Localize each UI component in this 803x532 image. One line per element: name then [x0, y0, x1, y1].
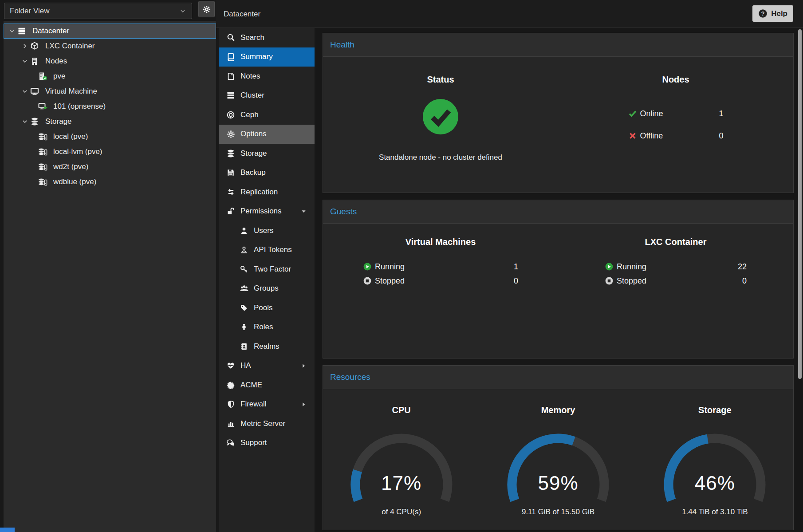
tree-item-virtual-machine[interactable]: Virtual Machine: [4, 84, 216, 99]
nodes-offline-value: 0: [719, 131, 723, 141]
splitter-focus-indicator: [0, 528, 15, 532]
lxc-stopped-label: Stopped: [617, 276, 646, 286]
tree-item-label: Storage: [45, 117, 72, 126]
nav-item-summary[interactable]: Summary: [219, 47, 315, 67]
nav-item-label: Options: [240, 130, 267, 138]
lxc-stopped-row: Stopped 0: [605, 274, 747, 288]
nav-item-label: HA: [240, 361, 251, 370]
nav-item-label: Replication: [240, 188, 278, 197]
nav-item-search[interactable]: Search: [219, 28, 315, 47]
nav-item-ceph[interactable]: Ceph: [219, 105, 315, 125]
memory-detail: 9.11 GiB of 15.50 GiB: [480, 508, 636, 516]
status-heading: Status: [323, 75, 558, 85]
nav-item-options[interactable]: Options: [219, 125, 315, 144]
nav-item-label: Storage: [240, 149, 267, 158]
nav-item-label: Permissions: [240, 207, 282, 216]
nav-item-label: Users: [254, 226, 273, 235]
nav-item-metric-server[interactable]: Metric Server: [219, 414, 315, 433]
view-mode-select[interactable]: Folder View: [4, 3, 192, 19]
caret-right-icon[interactable]: [301, 395, 307, 414]
tree-item-storage[interactable]: Storage: [4, 114, 216, 129]
nav-item-groups[interactable]: Groups: [219, 279, 315, 299]
summary-content: Health Status Standalone node - no clust…: [316, 28, 803, 532]
nav-item-replication[interactable]: Replication: [219, 182, 315, 202]
nav-item-label: Groups: [254, 284, 279, 293]
view-mode-value: Folder View: [10, 7, 49, 16]
guests-panel: Guests Virtual Machines Running 1: [323, 200, 794, 359]
tag-icon: [239, 304, 249, 312]
nav-item-roles[interactable]: Roles: [219, 318, 315, 337]
tree-item-local-pve[interactable]: local (pve): [4, 129, 216, 144]
nav-item-storage[interactable]: Storage: [219, 144, 315, 163]
vertical-scrollbar-thumb[interactable]: [798, 29, 802, 379]
vm-running-row: Running 1: [363, 260, 518, 274]
shield-icon: [226, 400, 236, 408]
address-book-icon: [239, 343, 249, 351]
node-online-icon: [38, 72, 51, 81]
vm-heading: Virtual Machines: [323, 237, 558, 247]
nav-item-label: Backup: [240, 168, 266, 177]
tree-item-local-lvm-pve[interactable]: local-lvm (pve): [4, 144, 216, 159]
tree-item-wd2t-pve[interactable]: wd2t (pve): [4, 159, 216, 174]
nodes-heading: Nodes: [558, 75, 793, 85]
storage-drive-icon: [38, 177, 51, 186]
heartbeat-icon: [226, 362, 236, 370]
nav-item-notes[interactable]: Notes: [219, 67, 315, 86]
tree-item-datacenter[interactable]: Datacenter: [4, 24, 216, 39]
user-icon: [239, 227, 249, 235]
nav-item-cluster[interactable]: Cluster: [219, 86, 315, 106]
nav-item-label: Metric Server: [240, 419, 285, 428]
chevron-down-icon: [20, 118, 29, 125]
top-bar: Datacenter ? Help: [216, 0, 803, 28]
tree-settings-button[interactable]: [198, 1, 215, 17]
person-icon: [239, 323, 249, 331]
vm-stopped-row: Stopped 0: [363, 274, 518, 288]
storage-heading: Storage: [637, 405, 793, 415]
tree-item-label: Virtual Machine: [45, 87, 97, 96]
proxmox-screen: Folder View DatacenterLXC ContainerNodes…: [0, 0, 803, 532]
nav-item-users[interactable]: Users: [219, 221, 315, 240]
key-icon: [239, 265, 249, 273]
storage-percent: 46%: [661, 472, 768, 494]
tree-item-label: wd2t (pve): [53, 162, 88, 171]
lxc-running-label: Running: [617, 262, 646, 272]
nav-item-label: Two Factor: [254, 265, 291, 274]
cpu-detail: of 4 CPU(s): [323, 508, 480, 516]
caret-down-icon[interactable]: [301, 202, 307, 221]
help-button[interactable]: ? Help: [752, 5, 793, 22]
question-circle-icon: ?: [758, 9, 768, 18]
tree-item-lxc-container[interactable]: LXC Container: [4, 39, 216, 54]
play-circle-icon: [363, 262, 372, 271]
nav-item-ha[interactable]: HA: [219, 356, 315, 376]
caret-right-icon[interactable]: [301, 356, 307, 376]
storage-drive-icon: [38, 132, 51, 141]
tree-item-nodes[interactable]: Nodes: [4, 54, 216, 69]
nav-item-api-tokens[interactable]: API Tokens: [219, 240, 315, 260]
nav-item-permissions[interactable]: Permissions: [219, 202, 315, 221]
tree-item-wdblue-pve[interactable]: wdblue (pve): [4, 174, 216, 189]
tree-item-label: wdblue (pve): [53, 177, 96, 186]
nav-item-pools[interactable]: Pools: [219, 298, 315, 318]
vm-stopped-value: 0: [514, 276, 518, 286]
replication-icon: [226, 188, 236, 196]
cpu-heading: CPU: [323, 405, 480, 415]
nav-item-label: Ceph: [240, 110, 259, 119]
nav-item-firewall[interactable]: Firewall: [219, 395, 315, 414]
tree-item-pve[interactable]: pve: [4, 69, 216, 84]
nav-item-backup[interactable]: Backup: [219, 163, 315, 183]
nav-item-realms[interactable]: Realms: [219, 337, 315, 356]
tree-item-101-opnsense[interactable]: 101 (opnsense): [4, 99, 216, 114]
nav-item-two-factor[interactable]: Two Factor: [219, 260, 315, 279]
tree-item-label: local-lvm (pve): [53, 147, 102, 156]
gear-icon: [203, 5, 211, 13]
nav-item-support[interactable]: Support: [219, 433, 315, 453]
chevron-down-icon: [20, 88, 29, 95]
nav-item-label: Search: [240, 33, 264, 42]
server-stack-icon: [17, 27, 31, 35]
nav-item-acme[interactable]: ACME: [219, 375, 315, 395]
page-title: Datacenter: [224, 0, 260, 28]
vm-running-value: 1: [514, 262, 518, 272]
memory-column: Memory 59% 9.11 GiB of 15.50 GiB: [480, 389, 636, 516]
chevron-down-icon: [20, 58, 29, 64]
nodes-online-value: 1: [719, 109, 723, 118]
